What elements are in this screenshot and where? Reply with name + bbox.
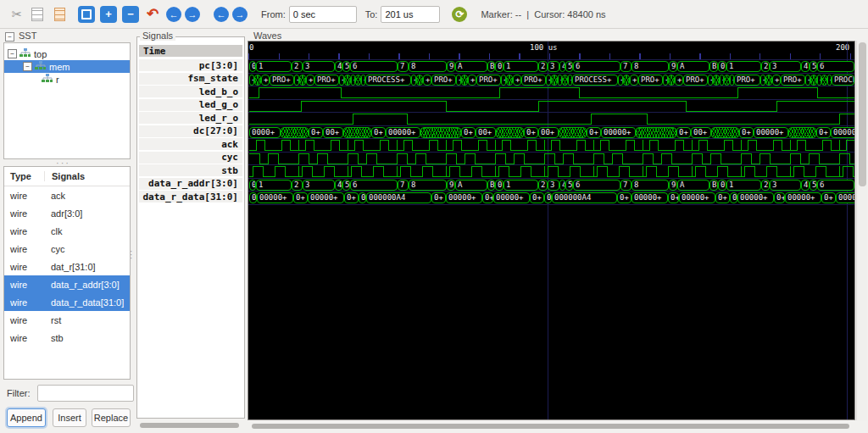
signal-item-data_r_data[31:0][interactable]: data_r_data[31:0]: [139, 191, 242, 203]
replace-button[interactable]: Replace: [92, 408, 131, 427]
bus-segment: [254, 75, 261, 86]
copy-icon[interactable]: [29, 6, 46, 23]
table-row-ack[interactable]: wireack: [4, 186, 130, 204]
signal-item-pc[3:0][interactable]: pc[3:0]: [139, 59, 242, 72]
bus-segment: 0+: [587, 127, 601, 138]
row-separator: [248, 152, 854, 153]
bus-segment: 0: [249, 180, 256, 191]
sst-tree[interactable]: −top−memr: [3, 42, 131, 159]
bit-segment: [290, 140, 298, 151]
signals-hscrollbar[interactable]: [138, 422, 243, 429]
table-row-stb[interactable]: wirestb: [4, 329, 130, 347]
insert-button[interactable]: Insert: [53, 408, 86, 427]
bus-segment: [711, 127, 739, 138]
waves-hscrollbar[interactable]: [249, 423, 854, 430]
bit-segment: [354, 140, 363, 151]
waves-hscrollbar-thumb[interactable]: [252, 424, 849, 429]
bus-segment: 6: [573, 180, 620, 191]
bus-segment: 4: [335, 180, 342, 191]
bit-segment: [249, 101, 301, 112]
jump-right-button[interactable]: →: [232, 7, 248, 22]
append-button[interactable]: Append: [7, 408, 46, 427]
table-row-rst[interactable]: wirerst: [4, 311, 130, 329]
bus-segment: 000000A4: [552, 192, 617, 203]
bus-segment: 0+: [730, 192, 737, 203]
wave-row-ack: [249, 140, 854, 151]
bit-segment: [407, 114, 591, 125]
bus-segment: 0: [495, 180, 504, 191]
waves-vscrollbar-thumb[interactable]: [859, 42, 866, 186]
signal-item-dc[27:0][interactable]: dc[27:0]: [139, 125, 242, 138]
signals-hscrollbar-thumb[interactable]: [140, 423, 239, 428]
signal-item-stb[interactable]: stb: [139, 164, 242, 177]
waves-vscrollbar[interactable]: [856, 41, 867, 420]
sst-title: SST: [16, 31, 39, 41]
signal-item-cyc[interactable]: cyc: [139, 152, 242, 164]
signal-item-led_b_o[interactable]: led_b_o: [139, 86, 242, 98]
bit-segment: [380, 140, 388, 151]
from-label: From:: [261, 9, 286, 19]
bit-segment: [249, 153, 259, 164]
sst-node-top[interactable]: −top: [4, 47, 130, 60]
zoom-fit-button[interactable]: [78, 6, 95, 23]
jump-left-button[interactable]: ←: [214, 7, 229, 22]
type-column-header: Type: [4, 171, 45, 181]
bus-segment: [281, 127, 309, 138]
cell-type: wire: [4, 280, 44, 290]
bus-segment: 2: [292, 61, 303, 72]
paste-icon[interactable]: [51, 6, 68, 23]
cut-icon[interactable]: ✂: [8, 6, 25, 23]
row-separator: [248, 138, 854, 139]
wave-canvas[interactable]: 0 100 us 200 us 0123456789AB0123456789AB…: [248, 41, 855, 420]
signal-item-led_r_o[interactable]: led_r_o: [139, 112, 242, 125]
reload-button[interactable]: ⟳: [452, 7, 467, 22]
shift-right-button[interactable]: →: [185, 7, 200, 22]
sst-collapse-button[interactable]: −: [5, 32, 14, 42]
zoom-in-button[interactable]: +: [100, 6, 117, 23]
bus-segment: PRO+: [314, 75, 339, 86]
signal-item-fsm_state[interactable]: fsm_state: [139, 73, 242, 86]
signal-type-table[interactable]: Type Signals wireackwireadr[3:0]wireclkw…: [3, 166, 131, 380]
wave-row-led_r_o: [249, 114, 854, 125]
table-row-data_r_addr[3:0][interactable]: wiredata_r_addr[3:0]: [4, 275, 130, 293]
table-row-clk[interactable]: wireclk: [4, 222, 130, 240]
signal-item-ack[interactable]: ack: [139, 138, 242, 151]
to-input[interactable]: [381, 6, 440, 23]
expander-icon[interactable]: −: [8, 49, 17, 58]
cell-type: wire: [4, 333, 44, 343]
expander-icon[interactable]: −: [23, 62, 32, 71]
sst-node-mem[interactable]: −mem: [4, 60, 130, 73]
bus-segment: 8: [632, 61, 669, 72]
bit-segment: [520, 166, 531, 177]
bit-segment: [509, 166, 520, 177]
signal-item-data_r_addr[3:0][interactable]: data_r_addr[3:0]: [139, 178, 242, 191]
bit-segment: [705, 166, 717, 177]
signal-item-led_g_o[interactable]: led_g_o: [139, 99, 242, 112]
bit-segment: [760, 153, 770, 164]
table-row-dat_r[31:0][interactable]: wiredat_r[31:0]: [4, 258, 130, 275]
table-row-data_r_data[31:0][interactable]: wiredata_r_data[31:0]: [4, 293, 130, 311]
bit-segment: [429, 140, 437, 151]
table-row-adr[3:0][interactable]: wireadr[3:0]: [4, 204, 130, 222]
bit-segment: [475, 153, 495, 164]
bus-segment: PRO+: [638, 75, 663, 86]
sst-node-r[interactable]: r: [4, 73, 130, 86]
bus-segment: 0: [249, 61, 256, 72]
filter-input[interactable]: [37, 385, 134, 402]
bit-segment: [748, 140, 756, 151]
bus-segment: [420, 127, 461, 138]
bus-segment: +: [772, 75, 781, 86]
table-row-cyc[interactable]: wirecyc: [4, 240, 130, 258]
bus-segment: +: [306, 75, 314, 86]
bus-segment: +: [261, 75, 270, 86]
shift-left-button[interactable]: ←: [166, 7, 181, 22]
bit-segment: [626, 140, 634, 151]
bit-segment: [554, 153, 563, 164]
bit-segment: [710, 153, 721, 164]
cell-signal: clk: [44, 226, 62, 236]
zoom-undo-button[interactable]: ↶: [144, 6, 161, 23]
from-input[interactable]: [289, 6, 357, 23]
cell-signal: ack: [44, 191, 65, 201]
bit-segment: [839, 114, 854, 125]
zoom-out-button[interactable]: −: [122, 6, 139, 23]
